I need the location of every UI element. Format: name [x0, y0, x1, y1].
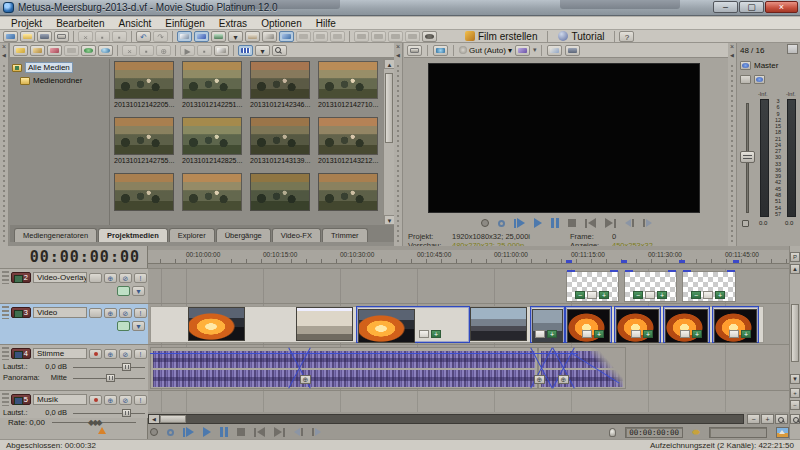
menu-optionen[interactable]: Optionen [254, 18, 309, 29]
event-fx-icon[interactable]: + [715, 291, 725, 299]
record-arm-button[interactable] [89, 349, 102, 359]
save-project-button[interactable] [37, 31, 52, 42]
zoom-tool-button[interactable] [790, 414, 800, 424]
media-scrollbar[interactable]: ▲ ▼ [383, 59, 394, 225]
track-fx-icon[interactable]: ⊕ [104, 349, 117, 359]
hscrollbar-thumb[interactable] [160, 415, 186, 423]
stop-preview-button[interactable]: ▪ [197, 45, 212, 56]
video-preview-screen[interactable] [428, 63, 700, 213]
scroll-left-icon[interactable]: ◀ [149, 415, 159, 423]
track-header-video-overlay[interactable]: 2 Video-Overlay ⊕ ⊘ ! ▼ [0, 268, 148, 303]
selection-edit-tool-button[interactable] [211, 31, 226, 42]
hover-scrub-cursor-icon[interactable] [214, 45, 229, 56]
scroll-down-icon[interactable]: ▼ [790, 374, 800, 384]
master-fx-button[interactable] [754, 75, 765, 84]
event-fx-icon[interactable]: + [657, 291, 667, 299]
event-fx-icon[interactable]: + [599, 291, 609, 299]
go-to-end-button[interactable] [605, 217, 616, 229]
track-name-field[interactable]: Video-Overlay [33, 272, 87, 283]
menu-extras[interactable]: Extras [212, 18, 254, 29]
menu-hilfe[interactable]: Hilfe [309, 18, 343, 29]
tab-projektmedien[interactable]: Projektmedien [98, 228, 168, 242]
interactive-tutorial-icon[interactable]: ? [619, 31, 634, 42]
media-item[interactable]: 20131012142825... [182, 117, 244, 164]
event-pan-crop-icon[interactable] [680, 330, 690, 338]
media-item[interactable] [250, 173, 312, 211]
stop-button[interactable] [237, 426, 245, 438]
media-thumbnail[interactable] [250, 173, 310, 211]
media-thumbnail[interactable] [182, 61, 242, 99]
track-row-musik[interactable] [148, 390, 789, 412]
track-header-video[interactable]: 3 Video ⊕ ⊘ ! ▼ [0, 303, 148, 344]
play-button[interactable] [534, 217, 542, 229]
overlay-options-dropdown[interactable] [515, 45, 530, 56]
preview-panel-dock-icon[interactable]: ◀ [396, 52, 400, 58]
event-pan-crop-icon[interactable] [587, 291, 597, 299]
web-media-button[interactable] [98, 45, 113, 56]
normal-edit-tool-button[interactable] [177, 31, 192, 42]
master-panel-close-icon[interactable]: × [730, 43, 734, 50]
go-to-end-button[interactable] [274, 426, 285, 438]
media-thumbnail[interactable] [318, 117, 378, 155]
media-thumbnail[interactable] [182, 117, 242, 155]
import-media-button[interactable] [13, 45, 28, 56]
save-snapshot-button[interactable] [565, 45, 580, 56]
views-button[interactable] [238, 45, 253, 56]
refresh-media-button[interactable] [81, 45, 96, 56]
ungroup-events-button[interactable] [371, 31, 386, 42]
overlay-clip[interactable]: − + [682, 271, 736, 302]
video-clip-thumbnail[interactable] [470, 307, 527, 341]
tool-dropdown[interactable]: ▾ [228, 31, 243, 42]
media-panel-close-icon[interactable]: × [2, 43, 6, 50]
generated-media-icon[interactable]: − [633, 291, 643, 299]
master-panel-dock-icon[interactable]: ◀ [730, 52, 734, 58]
envelope-edit-tool-button[interactable] [194, 31, 209, 42]
trim-tool-button[interactable] [262, 31, 277, 42]
volume-slider[interactable] [73, 363, 145, 371]
track-header-stimme[interactable]: 4 Stimme ⊕ ⊘ ! Lautst.: 0,0 dB Panorama:… [0, 344, 148, 390]
volume-slider[interactable] [73, 409, 145, 417]
tab-trimmer[interactable]: Trimmer [322, 228, 368, 242]
track-fx-icon[interactable]: ⊕ [104, 395, 117, 405]
mute-button[interactable]: ⊘ [119, 308, 132, 318]
zoom-tool-button[interactable] [775, 414, 788, 424]
pause-button[interactable] [220, 426, 228, 438]
volume-envelope-line[interactable] [150, 353, 578, 354]
media-thumbnail[interactable] [250, 117, 310, 155]
preview-panel-grip[interactable]: × ◀ [394, 43, 403, 246]
track-fx-icon[interactable]: ⊕ [104, 273, 117, 283]
auto-ripple-button[interactable] [313, 31, 328, 42]
media-thumbnail[interactable] [318, 61, 378, 99]
generated-media-icon[interactable]: − [691, 291, 701, 299]
tab-mediengeneratoren[interactable]: Mediengeneratoren [14, 228, 97, 242]
auto-crossfade-button[interactable] [296, 31, 311, 42]
track-row-video[interactable]: + + + [148, 303, 789, 344]
video-clip-thumbnail[interactable] [296, 307, 353, 341]
selected-video-clip[interactable]: + [614, 306, 661, 343]
next-frame-button[interactable] [643, 217, 652, 229]
timeline-timecode-display[interactable]: 00:00:00:00 [0, 246, 148, 268]
group-events-button[interactable] [354, 31, 369, 42]
cursor-position-field[interactable]: 00:00:00:00 [625, 427, 683, 438]
maximize-button[interactable]: ▢ [739, 1, 764, 13]
media-item[interactable] [114, 173, 176, 211]
play-from-start-button[interactable] [183, 426, 194, 438]
previous-frame-button[interactable] [294, 426, 303, 438]
video-clip-thumbnail[interactable] [188, 307, 245, 341]
preview-quality-dropdown[interactable]: Gut (Auto) ▾ [459, 46, 512, 55]
record-button[interactable] [481, 217, 489, 229]
warning-icon[interactable] [98, 427, 106, 434]
track-motion-icon[interactable] [89, 308, 102, 318]
external-monitor-icon[interactable] [407, 45, 422, 56]
media-item[interactable] [318, 173, 380, 211]
media-item[interactable]: 20131012142710... [318, 61, 380, 108]
event-pan-crop-icon[interactable] [703, 291, 713, 299]
volume-slider-handle[interactable] [122, 363, 131, 371]
close-button[interactable]: × [765, 1, 798, 13]
solo-button[interactable]: ! [134, 308, 147, 318]
media-fx-button[interactable]: ⊕ [156, 45, 171, 56]
generated-media-icon[interactable]: − [575, 291, 585, 299]
start-preview-button[interactable]: ▶ [180, 45, 195, 56]
stop-button[interactable] [568, 217, 576, 229]
event-pan-crop-icon[interactable] [535, 330, 545, 338]
